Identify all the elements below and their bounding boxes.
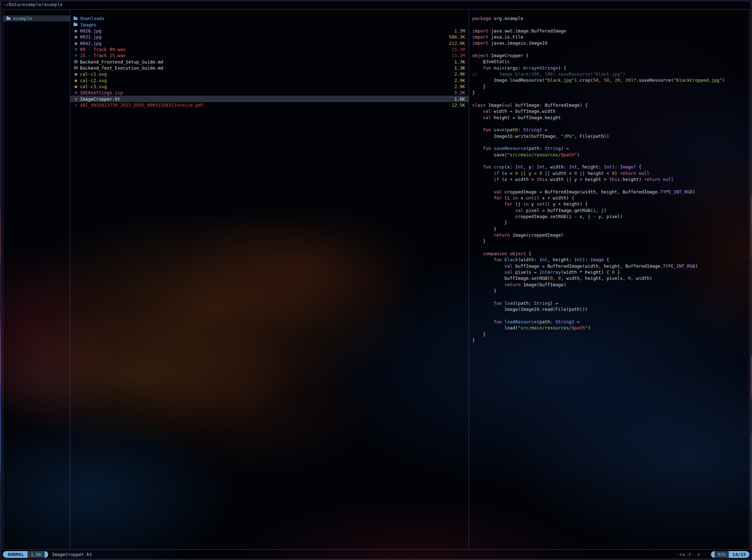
file-name: Images [80, 22, 96, 27]
code-line: } [472, 238, 749, 244]
parent-pane: example [3, 10, 70, 549]
terminal-window: ~/Data/example/example example Downloads… [0, 0, 752, 560]
code-line: fun main(args: Array<String>) { [472, 65, 749, 71]
code-line: fun loadResource(path: String) = [472, 319, 749, 325]
file-name: 0028.jpg [80, 28, 101, 34]
code-line: val width = buffImage.width [472, 108, 749, 114]
file-size: 2.9K [454, 84, 465, 89]
file-row[interactable]: ∩09 - Track 09.wav15.3M [70, 46, 469, 52]
code-line: save("src/main/resources/$path") [472, 152, 749, 158]
file-row[interactable]: Downloads [70, 15, 469, 21]
code-line: } [472, 220, 749, 226]
pdf-icon: ▯ [73, 103, 79, 107]
file-row[interactable]: ▣0042.jpg212.9K [70, 40, 469, 46]
file-name: IDEAsettings.zip [80, 90, 123, 95]
status-filename: ImageCropper.kt [52, 552, 92, 557]
file-row[interactable]: ▣cal-c3.svg2.9K [70, 84, 469, 90]
archive-icon: ⊟ [73, 90, 79, 95]
file-row[interactable]: ▯SBI_0032013739_2023_DE05_0003155631Invo… [70, 102, 469, 108]
desktop: ~/Data/example/example example Downloads… [0, 0, 752, 560]
kotlin-file-icon: ▯ [73, 97, 79, 101]
file-name: cal-c3.svg [80, 84, 107, 89]
code-line [472, 294, 749, 300]
file-name: Downloads [80, 16, 105, 21]
file-row[interactable]: ▣cal-c1.svg2.9K [70, 71, 469, 77]
file-name: 0031.jpg [80, 34, 101, 40]
file-size: 212.9K [449, 41, 465, 46]
file-row[interactable]: ⓂBackend_Frontend_Setup_Guide.md1.7K [70, 59, 469, 65]
file-size: 5.2K [454, 90, 465, 95]
file-name: SBI_0032013739_2023_DE05_0003155631Invoi… [80, 102, 203, 108]
image-icon: ▣ [73, 72, 79, 76]
code-line: } [472, 288, 749, 294]
code-line: } [472, 84, 749, 90]
code-line: @JvmStatic [472, 59, 749, 65]
powerline-arrow-icon [45, 551, 48, 558]
code-line [472, 182, 749, 188]
audio-icon: ∩ [73, 53, 79, 58]
code-line [472, 158, 749, 164]
file-size: 15.3M [451, 47, 465, 52]
cursor-position: 14/15 [729, 551, 750, 558]
code-line: fun black(width: Int, height: Int): Imag… [472, 257, 749, 263]
file-size: 12.5K [451, 102, 465, 108]
code-line: val height = buffImage.height [472, 115, 749, 121]
file-row[interactable]: ▯ImageCropper.kt1.6K [70, 96, 469, 102]
title-bar: ~/Data/example/example [4, 2, 63, 8]
file-row[interactable]: ▣0031.jpg586.3K [70, 34, 469, 40]
file-row[interactable]: ▣cal-c2.svg2.9K [70, 77, 469, 83]
folder-icon [6, 17, 10, 20]
file-size: 1.7K [454, 59, 465, 65]
file-name: Backend_Frontend_Setup_Guide.md [80, 59, 163, 65]
code-line: ImageIO.write(buffImage, "JPG", File(pat… [472, 133, 749, 139]
code-line: } [472, 90, 749, 96]
file-name: Backend_Test_Execution_Guide.md [80, 65, 163, 71]
code-line: if (x + width > this.width || y + height… [472, 176, 749, 182]
code-line: return Image(buffImage) [472, 282, 749, 288]
code-line [472, 121, 749, 127]
code-line: Image.loadResource("black.jpg").crop(50,… [472, 77, 749, 83]
image-icon: ▣ [73, 41, 79, 46]
file-row[interactable]: ▣0028.jpg1.3M [70, 28, 469, 34]
code-line: val pixels = IntArray(width * height) { … [472, 269, 749, 275]
image-icon: ▣ [73, 29, 79, 33]
code-line: croppedImage.setRGB(i - x, j - y, pixel) [472, 213, 749, 220]
file-row[interactable]: ∩15 - Track 15.wav15.3M [70, 52, 469, 59]
markdown-icon: Ⓜ [73, 59, 79, 65]
file-name: cal-c2.svg [80, 78, 107, 83]
code-line: // Image.black(100, 100).saveResource("b… [472, 71, 749, 77]
code-line: package org.example [472, 15, 749, 21]
code-line: object ImageCropper { [472, 52, 749, 59]
scroll-percent: 93% [715, 551, 729, 558]
markdown-icon: Ⓜ [73, 65, 79, 71]
file-row[interactable]: Images [70, 21, 469, 27]
code-line: return Image(croppedImage) [472, 232, 749, 238]
parent-item[interactable]: example [3, 15, 70, 21]
image-icon: ▣ [73, 84, 79, 89]
code-line [472, 139, 749, 145]
folder-icon [74, 23, 77, 26]
file-row[interactable]: ⊟IDEAsettings.zip5.2K [70, 90, 469, 96]
image-icon: ▣ [73, 78, 79, 83]
file-size: 2.9K [454, 71, 465, 77]
code-line: val pixel = buffImage.getRGB(i, j) [472, 207, 749, 213]
code-line [472, 46, 749, 52]
code-line: buffImage.setRGB(0, 0, width, height, pi… [472, 275, 749, 281]
code-line: for (j in y until y + height) { [472, 201, 749, 207]
code-line: val croppedImage = BufferedImage(width, … [472, 189, 749, 195]
code-line: for (i in x until x + width) { [472, 195, 749, 201]
file-size-badge: 1.6K [27, 551, 45, 558]
file-size: 2.9K [454, 78, 465, 83]
code-line: Image(ImageIO.read(File(path))) [472, 306, 749, 312]
code-line: fun crop(x: Int, y: Int, width: Int, hei… [472, 164, 749, 170]
code-line: fun saveResource(path: String) = [472, 145, 749, 151]
code-line: } [472, 226, 749, 232]
parent-item-label: example [13, 16, 32, 21]
file-size: 1.6K [454, 96, 465, 102]
yazi-panes: example DownloadsImages▣0028.jpg1.3M▣003… [3, 9, 750, 550]
file-row[interactable]: ⓂBackend_Test_Execution_Guide.md1.3K [70, 65, 469, 71]
permissions-text: -rw-r--r-- [676, 552, 706, 557]
code-line [472, 21, 749, 27]
code-line: import javax.imageio.ImageIO [472, 40, 749, 46]
file-name: 0042.jpg [80, 41, 101, 46]
